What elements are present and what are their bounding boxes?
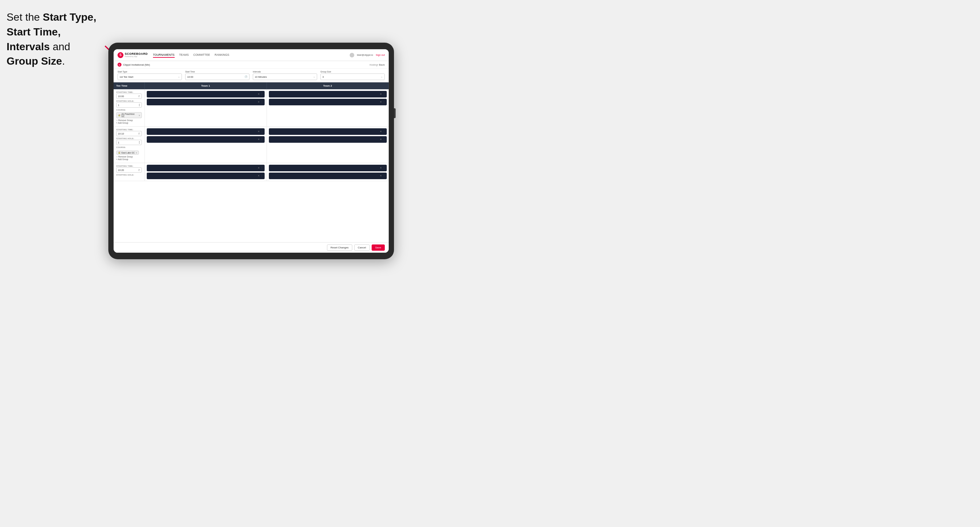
- cancel-button[interactable]: Cancel: [354, 244, 370, 251]
- starting-hole-input-1[interactable]: 1 ▲ ▼: [116, 102, 142, 108]
- intervals-control: Intervals 10 Minutes ⌄: [253, 71, 317, 80]
- intervals-label: Intervals: [253, 71, 317, 73]
- slot-x-icon-3[interactable]: ✕: [380, 93, 382, 95]
- slot-x-icon-2[interactable]: ✕: [258, 101, 260, 103]
- group-size-select[interactable]: 3 ⌄: [320, 73, 385, 80]
- hole-stepper-2[interactable]: ▲ ▼: [138, 141, 140, 144]
- logo-text: SCOREBOARD: [125, 52, 148, 56]
- slot-x-icon-4[interactable]: ✕: [380, 101, 382, 103]
- reset-changes-button[interactable]: Reset Changes: [327, 244, 352, 251]
- slot-handle-icon[interactable]: ⋮: [261, 93, 263, 95]
- user-avatar: [350, 53, 354, 57]
- col-header-team1: Team 1: [145, 83, 267, 89]
- starting-hole-label-3: STARTING HOLE:: [116, 174, 142, 176]
- starting-time-input-1[interactable]: 10:00 ⏱: [116, 94, 142, 99]
- hosting-badge: Hosting: [370, 63, 377, 66]
- nav-link-teams[interactable]: TEAMS: [179, 52, 189, 58]
- group-row-2: STARTING TIME: 10:10 ⏱ STARTING HOLE: 1 …: [114, 127, 389, 163]
- team2-cell-2: ✕ ⋮ ✕ ⋮: [267, 127, 389, 163]
- hole-stepper-1[interactable]: ▲ ▼: [138, 103, 140, 106]
- slot-handle-icon-4[interactable]: ⋮: [383, 101, 385, 103]
- slot-handle-icon-10[interactable]: ⋮: [261, 175, 263, 177]
- player-slot-2-1: ✕ ⋮: [269, 91, 387, 97]
- intervals-value: 10 Minutes: [255, 75, 267, 78]
- slot-handle-icon-3[interactable]: ⋮: [383, 93, 385, 95]
- intervals-select[interactable]: 10 Minutes ⌄: [253, 73, 317, 80]
- starting-hole-value-1: 1: [118, 104, 119, 106]
- slot-controls-2-2: ✕ ⋮: [380, 101, 385, 103]
- stepper-down-icon-2[interactable]: ▼: [138, 143, 140, 144]
- group-row-3: STARTING TIME: 10:20 ⏱ STARTING HOLE: ✕ …: [114, 163, 389, 181]
- start-type-select[interactable]: 1st Tee Start ⌄: [118, 73, 182, 80]
- slot-handle-icon-9[interactable]: ⋮: [261, 167, 263, 169]
- chevron-down-icon: ⌄: [178, 75, 180, 78]
- course-tag-1: ⛳ (A) Peachtree GC ✕: [116, 112, 142, 118]
- group-size-value: 3: [322, 75, 324, 78]
- slot-handle-icon-6[interactable]: ⋮: [261, 138, 263, 141]
- footer-bar: Reset Changes Cancel Save: [114, 242, 389, 253]
- add-group-label-2: + Add Group: [116, 158, 128, 160]
- slot-x-icon-12[interactable]: ✕: [380, 175, 382, 177]
- slot-x-icon-10[interactable]: ✕: [258, 175, 260, 177]
- nav-link-rankings[interactable]: RANKINGS: [215, 52, 229, 58]
- col-header-team2: Team 2: [267, 83, 389, 89]
- instruction-line2: Start Time,: [6, 26, 61, 38]
- remove-course-icon-1[interactable]: ✕: [138, 114, 140, 116]
- player-slot-5-1: ✕ ⋮: [147, 165, 265, 171]
- start-time-control: Start Time 10:00 🕐: [185, 71, 250, 80]
- slot-x-icon-7[interactable]: ✕: [380, 130, 382, 133]
- logo-icon: S: [118, 52, 123, 58]
- remove-course-icon-2[interactable]: ✕: [135, 152, 137, 154]
- player-slot-4-2: ✕ ⋮: [269, 136, 387, 143]
- navbar: S SCOREBOARD Powered by clipp TOURNAMENT…: [114, 49, 389, 61]
- remove-icon-2: ○: [116, 156, 118, 158]
- slot-x-icon-8[interactable]: ✕: [380, 138, 382, 141]
- start-type-control: Start Type 1st Tee Start ⌄: [118, 71, 182, 80]
- sign-out-link[interactable]: Sign out: [375, 54, 385, 56]
- slot-handle-icon-12[interactable]: ⋮: [383, 175, 385, 177]
- back-button[interactable]: ‹ Back: [377, 63, 385, 66]
- clock-icon: 🕐: [245, 75, 248, 78]
- start-time-select[interactable]: 10:00 🕐: [185, 73, 250, 80]
- group-size-label: Group Size: [320, 71, 385, 73]
- team2-cell-1: ✕ ⋮ ✕ ⋮: [267, 89, 389, 126]
- add-group-2[interactable]: + Add Group: [116, 158, 142, 160]
- starting-time-label-1: STARTING TIME:: [116, 91, 142, 93]
- starting-time-value-2: 10:10: [118, 132, 124, 135]
- starting-time-input-3[interactable]: 10:20 ⏱: [116, 167, 142, 173]
- slot-x-icon[interactable]: ✕: [258, 93, 260, 95]
- nav-right: blair@clippd.io Sign out: [350, 53, 385, 57]
- tournament-name: Clippd Invitational (Me): [123, 63, 368, 66]
- col-header-tee-time: Tee Time: [114, 83, 145, 89]
- remove-group-2[interactable]: ○ Remove Group: [116, 156, 142, 158]
- slot-handle-icon-11[interactable]: ⋮: [383, 167, 385, 169]
- starting-hole-label-2: STARTING HOLE:: [116, 138, 142, 140]
- group-size-control: Group Size 3 ⌄: [320, 71, 385, 80]
- slot-x-icon-11[interactable]: ✕: [380, 167, 382, 169]
- slot-handle-icon-5[interactable]: ⋮: [261, 130, 263, 133]
- logo-sub: Powered by clipp: [125, 56, 148, 57]
- remove-group-label-1: Remove Group: [118, 119, 133, 121]
- course-tag-2: ⛳ East Lake GC ✕: [116, 151, 139, 154]
- nav-link-committee[interactable]: COMMITTEE: [193, 52, 210, 58]
- slot-x-icon-6[interactable]: ✕: [258, 138, 260, 141]
- user-email: blair@clippd.io: [357, 54, 373, 56]
- nav-link-tournaments[interactable]: TOURNAMENTS: [153, 52, 175, 58]
- starting-time-input-2[interactable]: 10:10 ⏱: [116, 131, 142, 136]
- clock-icon-3: ⏱: [138, 169, 140, 171]
- slot-x-icon-9[interactable]: ✕: [258, 167, 260, 169]
- starting-hole-input-2[interactable]: 1 ▲ ▼: [116, 140, 142, 145]
- add-group-1[interactable]: + Add Group: [116, 122, 142, 124]
- group-row-1: STARTING TIME: 10:00 ⏱ STARTING HOLE: 1 …: [114, 89, 389, 127]
- slot-handle-icon-8[interactable]: ⋮: [383, 138, 385, 141]
- slot-x-icon-5[interactable]: ✕: [258, 130, 260, 133]
- save-button[interactable]: Save: [372, 244, 385, 251]
- stepper-down-icon[interactable]: ▼: [138, 105, 140, 106]
- slot-handle-icon-2[interactable]: ⋮: [261, 101, 263, 103]
- remove-group-1[interactable]: ○ Remove Group: [116, 119, 142, 121]
- tournament-logo: C: [118, 63, 121, 67]
- instruction-line3: Intervals: [6, 41, 50, 52]
- slot-handle-icon-7[interactable]: ⋮: [383, 130, 385, 133]
- remove-icon-1: ○: [116, 119, 118, 121]
- player-slot-5-2: ✕ ⋮: [147, 173, 265, 179]
